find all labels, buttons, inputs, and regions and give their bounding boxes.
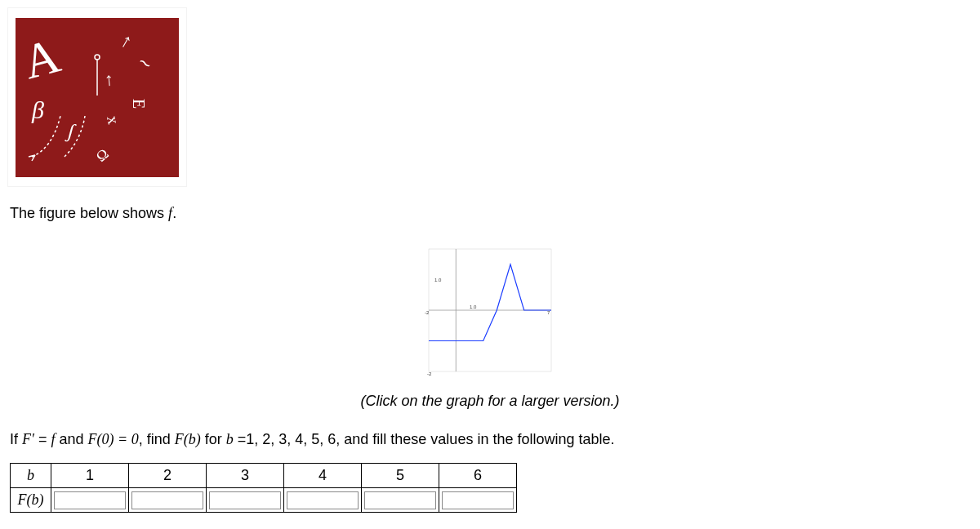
fb-input-1[interactable] xyxy=(54,491,126,509)
fb-label: F(b) xyxy=(11,488,51,513)
fb-input-6[interactable] xyxy=(442,491,514,509)
figure-intro-post: . xyxy=(172,205,176,221)
figure-intro-pre: The figure below shows xyxy=(10,205,168,221)
svg-text:1.0: 1.0 xyxy=(470,305,477,309)
b-header-3: 3 xyxy=(207,464,284,488)
svg-text:-2: -2 xyxy=(425,310,430,315)
q-mid: , find xyxy=(139,431,175,447)
svg-text:1.0: 1.0 xyxy=(434,278,442,282)
fb-input-5[interactable] xyxy=(364,491,436,509)
b-header-4: 4 xyxy=(284,464,362,488)
b-header-6: 6 xyxy=(439,464,517,488)
b-label: b xyxy=(11,464,51,488)
fb-input-4[interactable] xyxy=(287,491,359,509)
header-image: A β ∫ ↑ ← E x Ω ∼ xyxy=(8,8,186,186)
b-header-5: 5 xyxy=(362,464,439,488)
svg-point-0 xyxy=(95,55,100,60)
q-eq: = xyxy=(234,431,247,447)
q-pre: If xyxy=(10,431,22,447)
math-collage: A β ∫ ↑ ← E x Ω ∼ xyxy=(16,18,179,177)
fb-input-3[interactable] xyxy=(209,491,281,509)
figure-intro: The figure below shows f. xyxy=(10,202,972,224)
answer-table: b 1 2 3 4 5 6 F(b) xyxy=(10,463,517,513)
q-b: b xyxy=(226,431,234,447)
q-fprime: F′ xyxy=(22,431,34,447)
table-row-fb: F(b) xyxy=(11,488,517,513)
b-header-2: 2 xyxy=(129,464,207,488)
question-text: If F′ = f and F(0) = 0, find F(b) for b … xyxy=(10,429,972,451)
svg-text:-2: -2 xyxy=(427,371,432,376)
q-and: and xyxy=(55,431,87,447)
fb-input-2[interactable] xyxy=(131,491,203,509)
q-eq1: = xyxy=(34,431,51,447)
graph-thumbnail[interactable]: 1.0 1.0 -2 -2 7 xyxy=(421,241,559,380)
q-fb: F(b) xyxy=(175,431,201,447)
graph-caption: (Click on the graph for a larger version… xyxy=(8,390,972,412)
b-header-1: 1 xyxy=(51,464,129,488)
table-row-b: b 1 2 3 4 5 6 xyxy=(11,464,517,488)
q-vals: 1, 2, 3, 4, 5, 6, and fill these values … xyxy=(246,431,614,447)
q-for: for xyxy=(201,431,226,447)
q-f0: F(0) = 0 xyxy=(88,431,139,447)
